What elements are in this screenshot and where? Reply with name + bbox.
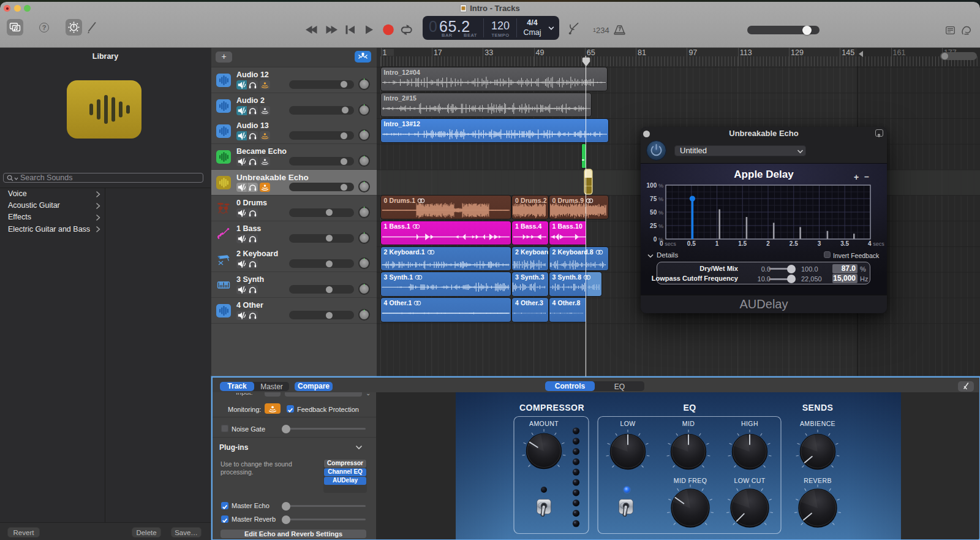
svg-text:LOW: LOW [620,420,635,427]
svg-text:MID: MID [682,420,695,427]
svg-text:REVERB: REVERB [804,477,832,484]
svg-text:AMBIENCE: AMBIENCE [800,420,835,427]
svg-text:AMOUNT: AMOUNT [529,420,559,427]
svg-text:SENDS: SENDS [802,403,834,413]
svg-text:LOW CUT: LOW CUT [734,477,765,484]
svg-text:MID FREQ: MID FREQ [674,477,707,484]
svg-text:EQ: EQ [683,403,696,413]
svg-text:HIGH: HIGH [741,420,758,427]
svg-text:COMPRESSOR: COMPRESSOR [519,403,584,413]
